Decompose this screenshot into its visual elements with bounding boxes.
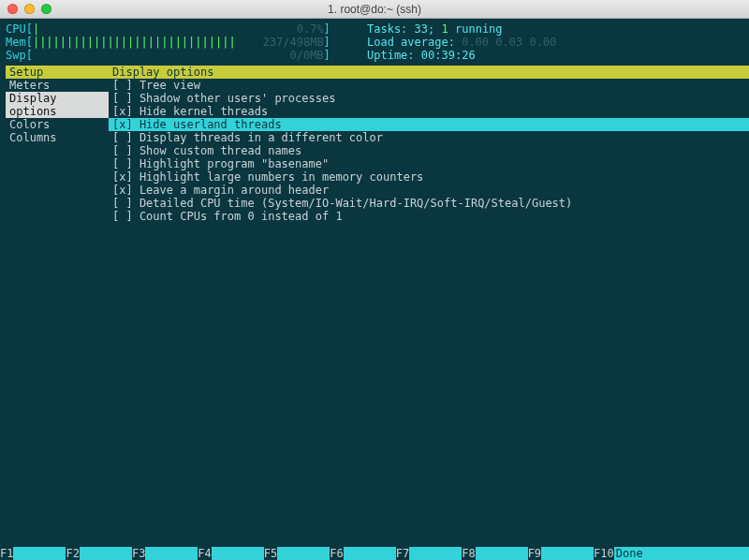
fnkey-f8[interactable]: F8	[462, 547, 527, 560]
zoom-icon[interactable]	[41, 4, 51, 14]
setup-sidebar: Setup MetersDisplay optionsColorsColumns	[6, 66, 109, 223]
meter-value: 237/498MB	[263, 36, 324, 49]
fnkey-label	[409, 547, 462, 560]
option-row[interactable]: [ ] Highlight program "basename"	[109, 157, 749, 170]
meter-bar: ||||||||||||||||||||||||||||||	[33, 36, 236, 49]
fnkey-label	[277, 547, 330, 560]
fnkey-label	[541, 547, 594, 560]
fnkey-key: F8	[462, 547, 475, 560]
option-row[interactable]: [ ] Detailed CPU time (System/IO-Wait/Ha…	[109, 197, 749, 210]
meter-value: 0/0MB	[289, 49, 323, 62]
fnkey-f4[interactable]: F4	[198, 547, 263, 560]
fnkey-f7[interactable]: F7	[396, 547, 462, 560]
display-options-panel: Display options [ ] Tree view[ ] Shadow …	[109, 66, 749, 223]
fnkey-label	[145, 547, 198, 560]
option-row[interactable]: [x] Hide kernel threads	[109, 105, 749, 118]
minimize-icon[interactable]	[24, 4, 35, 14]
fnkey-f10[interactable]: F10Done	[594, 547, 667, 560]
fnkey-key: F1	[0, 547, 13, 560]
fnkey-label	[13, 547, 66, 560]
window-title: 1. root@do:~ (ssh)	[0, 3, 749, 16]
setup-pane: Setup MetersDisplay optionsColorsColumns…	[6, 66, 743, 223]
option-row[interactable]: [ ] Shadow other users' processes	[109, 92, 749, 105]
fnbar-tail	[667, 547, 749, 560]
sidebar-items: MetersDisplay optionsColorsColumns	[6, 79, 109, 144]
fnkey-f1[interactable]: F1	[0, 547, 66, 560]
fnkey-key: F2	[66, 547, 79, 560]
option-row[interactable]: [ ] Tree view	[109, 79, 749, 92]
option-row[interactable]: [ ] Show custom thread names	[109, 144, 749, 157]
option-row[interactable]: [x] Leave a margin around header	[109, 184, 749, 197]
fnkey-key: F7	[396, 547, 409, 560]
fnkey-label	[476, 547, 528, 560]
sidebar-header: Setup	[6, 66, 109, 79]
fnkey-f5[interactable]: F5	[264, 547, 330, 560]
display-options-header: Display options	[109, 66, 749, 79]
window-titlebar: 1. root@do:~ (ssh)	[0, 0, 749, 19]
fnkey-label	[80, 547, 132, 560]
fnkey-f2[interactable]: F2	[66, 547, 131, 560]
fnkey-key: F10	[594, 547, 614, 560]
meter-label: CPU	[6, 22, 26, 36]
swp-pad	[33, 49, 290, 62]
option-row[interactable]: [ ] Count CPUs from 0 instead of 1	[109, 210, 749, 223]
fnkey-key: F3	[132, 547, 145, 560]
tasks-row: Tasks: 33; 1 running	[367, 22, 556, 36]
fnkey-label	[212, 547, 264, 560]
option-row[interactable]: [x] Highlight large numbers in memory co…	[109, 170, 749, 184]
option-row[interactable]: [ ] Display threads in a different color	[109, 131, 749, 144]
fnkey-f3[interactable]: F3	[132, 547, 198, 560]
fnkey-key: F9	[528, 547, 541, 560]
sidebar-item-colors[interactable]: Colors	[6, 118, 109, 131]
uptime-row: Uptime: 00:39:26	[367, 49, 556, 62]
cpu-pad	[39, 22, 297, 36]
close-icon[interactable]	[7, 4, 18, 14]
sysinfo-panel: Tasks: 33; 1 running Load average: 0.00 …	[367, 22, 556, 62]
meter-label: Mem	[6, 36, 26, 49]
sidebar-item-display-options[interactable]: Display options	[6, 92, 109, 118]
fnkey-key: F6	[330, 547, 343, 560]
fnkey-label: Done	[614, 547, 667, 560]
meter-label: Swp	[6, 49, 26, 62]
meter-value: 0.7%	[297, 22, 324, 36]
display-options-list[interactable]: [ ] Tree view[ ] Shadow other users' pro…	[109, 79, 749, 223]
fnkey-f9[interactable]: F9	[528, 547, 594, 560]
window-controls	[7, 4, 51, 14]
fnkey-f6[interactable]: F6	[330, 547, 395, 560]
function-key-bar: F1 F2 F3 F4 F5 F6 F7 F8 F9 F10Done	[0, 547, 749, 560]
sidebar-item-columns[interactable]: Columns	[6, 131, 109, 144]
terminal-content: CPU[| 0.7%] Mem[||||||||||||||||||||||||…	[0, 19, 749, 223]
option-row[interactable]: [x] Hide userland threads	[109, 118, 749, 131]
fnkey-key: F5	[264, 547, 277, 560]
sidebar-item-meters[interactable]: Meters	[6, 79, 109, 92]
fnkey-label	[344, 547, 396, 560]
load-row: Load average: 0.00 0.03 0.00	[367, 36, 556, 49]
fnkey-key: F4	[198, 547, 211, 560]
mem-pad	[236, 36, 263, 49]
